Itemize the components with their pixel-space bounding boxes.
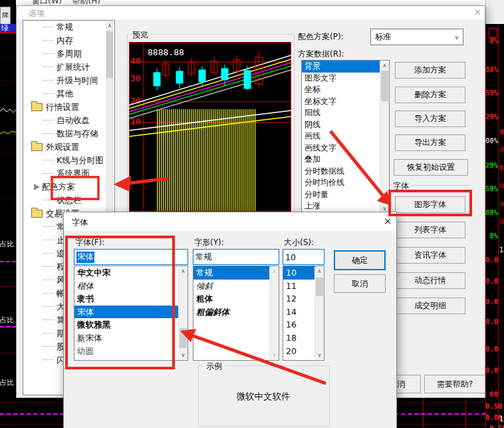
list-item[interactable]: 阴线 — [302, 119, 380, 131]
list-item[interactable]: 画线 — [302, 130, 380, 142]
quote-value: 0.0 — [485, 298, 498, 306]
scroll-up-icon[interactable]: ∧ — [106, 21, 114, 31]
scroll-up-icon[interactable]: ∧ — [179, 267, 188, 276]
tree-item-folder[interactable]: 外观设置 — [23, 140, 114, 154]
delete-scheme-button[interactable]: 删除方案 — [395, 87, 465, 103]
marker-text: 1 — [499, 246, 503, 254]
list-item[interactable]: 粗体 — [193, 292, 270, 306]
list-item[interactable]: 新宋体 — [74, 331, 179, 345]
list-item[interactable]: 画线文字 — [302, 142, 380, 154]
list-item[interactable]: 图形文字 — [302, 73, 380, 85]
list-item[interactable]: 楷体 — [74, 280, 179, 293]
selected-market-tab[interactable]: 绿 — [0, 24, 16, 33]
list-item[interactable]: 分时量 — [302, 189, 380, 201]
tree-item-label: 行情设置 — [46, 102, 79, 113]
tree-item[interactable]: 数据与存储 — [23, 127, 114, 140]
list-item[interactable]: 14 — [283, 306, 315, 319]
list-item-selected[interactable]: 10 — [283, 266, 315, 280]
list-item-selected[interactable]: 宋体 — [74, 306, 179, 319]
list-item[interactable]: 幼圆 — [74, 345, 179, 358]
tree-item[interactable]: 系统界面 — [23, 167, 114, 180]
tree-item[interactable]: 多周期 — [23, 47, 114, 61]
list-item[interactable]: 粗偏斜体 — [193, 306, 270, 319]
scrollbar-thumb[interactable] — [180, 328, 187, 348]
quote-font-button[interactable]: 动态行情 — [395, 272, 465, 289]
font-size-list[interactable]: 10 11 12 14 16 18 20 ∧ ∨ — [283, 266, 324, 361]
font-name-list[interactable]: 华文中宋 楷体 隶书 宋体 微软雅黑 新宋体 幼圆 ∧ ∨ — [74, 266, 188, 361]
scheme-data-list[interactable]: 背景 图形文字 坐标 坐标文字 阳线 阴线 画线 画线文字 叠加 分时数据线 分… — [301, 60, 390, 214]
chart-price-label: 8888.88 — [148, 47, 184, 57]
list-item[interactable]: 20 — [283, 345, 315, 358]
scroll-down-icon[interactable]: ∨ — [179, 351, 188, 359]
list-item[interactable]: 坐标文字 — [302, 96, 380, 108]
import-scheme-button[interactable]: 导入方案 — [395, 110, 465, 127]
quote-value: 00 — [485, 390, 498, 398]
quote-value: 0.50 — [485, 402, 498, 410]
close-icon[interactable]: × — [471, 7, 483, 17]
list-item[interactable]: 18 — [283, 331, 315, 345]
font-size-input[interactable]: 10 — [283, 249, 324, 265]
sample-group-label: 示例 — [203, 361, 225, 372]
export-scheme-button[interactable]: 导出方案 — [395, 134, 465, 151]
tree-item[interactable]: 状态栏 — [23, 194, 114, 207]
list-font-button[interactable]: 列表字体 — [395, 222, 465, 238]
scrollbar-thumb[interactable] — [316, 278, 323, 296]
scroll-down-icon[interactable]: ∨ — [270, 351, 279, 359]
list-item[interactable]: 叠加 — [302, 154, 380, 166]
options-titlebar[interactable] — [17, 6, 485, 19]
cancel-button[interactable]: 取消 — [334, 274, 386, 293]
folder-icon — [31, 210, 43, 218]
ok-button[interactable]: 确定 — [334, 250, 386, 270]
tree-item[interactable]: 常规 — [23, 21, 114, 34]
scroll-up-icon[interactable]: ∧ — [315, 267, 324, 276]
tick-font-button[interactable]: 成交明细 — [395, 298, 465, 314]
style-list-scrollbar[interactable]: ∧ ∨ — [269, 267, 279, 359]
tree-item[interactable]: K线与分时图 — [23, 154, 114, 167]
font-style-input[interactable]: 常规 — [193, 249, 279, 265]
scroll-up-icon[interactable]: ∧ — [270, 267, 279, 276]
info-font-button[interactable]: 资讯字体 — [395, 247, 465, 264]
tree-item[interactable]: 扩展统计 — [23, 61, 114, 74]
list-item[interactable]: 12 — [283, 292, 315, 306]
list-item[interactable]: 上涨 — [302, 200, 380, 212]
list-item[interactable]: 隶书 — [74, 292, 179, 306]
scrollbar-thumb[interactable] — [381, 71, 388, 101]
list-item[interactable]: 倾斜 — [193, 280, 270, 293]
list-item[interactable]: 16 — [283, 318, 315, 331]
list-item[interactable]: 阳线 — [302, 107, 380, 119]
restore-defaults-button[interactable]: 恢复初始设置 — [394, 159, 468, 176]
scrollbar-thumb[interactable] — [106, 31, 113, 78]
tree-guide-icon — [43, 333, 54, 334]
font-style-list[interactable]: 常规 倾斜 粗体 粗偏斜体 ∧ ∨ — [193, 266, 279, 361]
side-tab[interactable]: 牌 — [0, 7, 11, 25]
list-item[interactable]: 微软雅黑 — [74, 318, 179, 331]
scheme-list-scrollbar[interactable]: ∧ ∨ — [380, 61, 389, 213]
scheme-dropdown[interactable]: 标准 ∨ — [370, 29, 463, 45]
tree-guide-icon — [43, 53, 54, 55]
tree-guide-icon — [43, 120, 54, 121]
list-item[interactable]: 华文中宋 — [74, 266, 179, 280]
list-item[interactable]: 11 — [283, 280, 315, 293]
magenta-line — [0, 261, 16, 262]
size-list-scrollbar[interactable]: ∧ ∨ — [315, 267, 324, 359]
font-name-input[interactable]: 宋体 — [74, 249, 188, 265]
tree-item[interactable]: 内存 — [23, 34, 114, 47]
close-icon[interactable]: × — [381, 216, 394, 226]
list-item[interactable]: 分时均价线 — [302, 177, 380, 189]
scroll-down-icon[interactable]: ∨ — [315, 351, 324, 359]
tree-item-selected[interactable]: 配色方案 — [23, 180, 114, 194]
list-item[interactable]: 分时数据线 — [302, 166, 380, 178]
help-button[interactable]: 需要帮助? — [424, 375, 485, 393]
list-item-selected[interactable]: 背景 — [302, 61, 380, 73]
graph-font-button[interactable]: 图形字体 — [395, 196, 465, 213]
scroll-up-icon[interactable]: ∧ — [380, 61, 389, 70]
list-item[interactable]: 坐标 — [302, 84, 380, 96]
tree-item[interactable]: 升级与时间 — [23, 74, 114, 87]
tree-item-folder[interactable]: 行情设置 — [23, 101, 114, 114]
tree-item[interactable]: 其他 — [23, 87, 114, 101]
font-titlebar[interactable] — [64, 212, 396, 231]
list-item-selected[interactable]: 常规 — [193, 266, 270, 280]
tree-item[interactable]: 自动收盘 — [23, 114, 114, 127]
add-scheme-button[interactable]: 添加方案 — [395, 62, 465, 79]
font-list-scrollbar[interactable]: ∧ ∨ — [178, 267, 188, 359]
